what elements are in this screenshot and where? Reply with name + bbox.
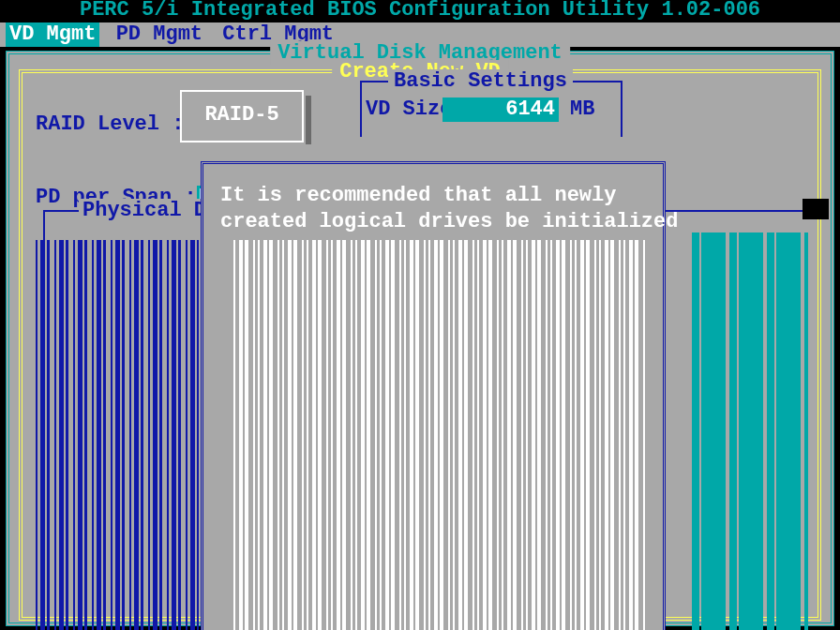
app-title: PERC 5/i Integrated BIOS Configuration U… [0, 0, 840, 22]
basic-settings-group: Basic Settings VD Size: 6144 MB [360, 81, 622, 137]
dialog-line-2: created logical drives be initialized [220, 209, 646, 235]
menu-vd-mgmt[interactable]: VD Mgmt [6, 22, 99, 47]
vd-size-unit: MB [570, 98, 594, 121]
vd-size-input[interactable]: 6144 [442, 98, 559, 122]
raid-select-shadow [306, 96, 311, 144]
init-recommendation-dialog[interactable]: It is recommended that all newly created… [201, 161, 666, 630]
dialog-line-1: It is recommended that all newly [220, 183, 646, 209]
virtual-disk-management-frame: Virtual Disk Management Create New VD RA… [6, 51, 834, 626]
raid-level-label: RAID Level : [36, 112, 184, 136]
side-black-box [802, 199, 829, 219]
basic-settings-title: Basic Settings [388, 69, 573, 93]
raid-level-select[interactable]: RAID-5 [180, 90, 304, 142]
menu-pd-mgmt[interactable]: PD Mgmt [112, 22, 206, 47]
bios-screen: PERC 5/i Integrated BIOS Configuration U… [0, 0, 840, 630]
